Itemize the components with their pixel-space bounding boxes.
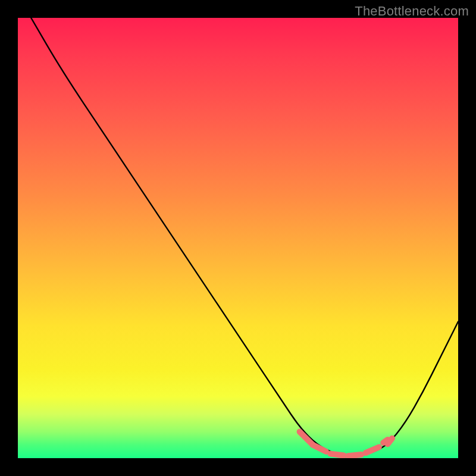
watermark-text: TheBottleneck.com [355,4,469,19]
highlight-segment [348,455,361,456]
highlight-segment [313,445,326,452]
highlight-segment [388,439,392,444]
plot-area [18,18,458,458]
highlight-segment [366,447,379,453]
chart-stage: TheBottleneck.com [0,0,476,476]
chart-svg [18,18,458,458]
highlight-segment [330,454,343,456]
highlight-segments [300,432,392,456]
bottleneck-curve [31,18,458,455]
